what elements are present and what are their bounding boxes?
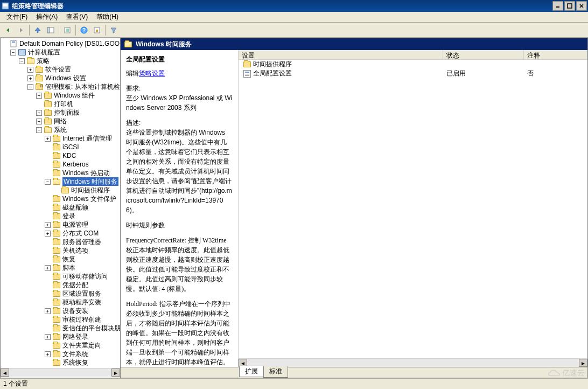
list-cell-state: 已启用 (443, 68, 524, 79)
svg-rect-1 (3, 4, 8, 6)
selected-setting-title: 全局配置设置 (126, 54, 233, 64)
tree-node-iscsi[interactable]: iSCSI (2, 143, 120, 151)
tree-node-folder_redirect[interactable]: 文件夹重定向 (2, 341, 120, 350)
expander-icon[interactable]: − (10, 50, 16, 55)
tree-node-win_file_protect[interactable]: Windows 文件保护 (2, 194, 120, 203)
tree-node-label: 驱动程序安装 (62, 298, 101, 307)
edit-policy-link[interactable]: 策略设置 (139, 70, 165, 77)
tree-node-network[interactable]: +网络 (2, 117, 120, 126)
expander-icon[interactable]: + (45, 136, 51, 142)
tree-node-system_restore[interactable]: 系统恢复 (2, 358, 120, 367)
tree-node-process_audit[interactable]: 审核过程创建 (2, 315, 120, 324)
tree-node-computer[interactable]: −计算机配置 (2, 48, 120, 57)
tree-node-admin_templates[interactable]: −管理模板: 从本地计算机检 (2, 82, 120, 91)
folder-icon (52, 143, 61, 151)
tree-h-scrollbar[interactable]: ◂▸ (1, 368, 120, 377)
tree-node-win_hotstart[interactable]: Windows 热启动 (2, 169, 120, 177)
expander-icon[interactable]: + (45, 265, 51, 271)
content-pane: Windows 时间服务 全局配置设置 编辑策略设置 要求:至少 Windows… (121, 38, 588, 378)
tree-node-system[interactable]: −系统 (2, 126, 120, 134)
col-state[interactable]: 状态 (443, 50, 524, 59)
tree-node-device_install[interactable]: +设备安装 (2, 307, 120, 315)
expander-icon[interactable]: + (27, 67, 33, 73)
tree-node-control_panel[interactable]: +控制面板 (2, 108, 120, 117)
col-setting[interactable]: 设置 (239, 50, 443, 59)
expander-icon[interactable]: + (36, 119, 42, 124)
filter-button[interactable] (108, 24, 120, 36)
list-h-scrollbar[interactable]: ◂▸ (239, 358, 587, 367)
tab-extended[interactable]: 扩展 (239, 366, 264, 377)
expander-icon[interactable]: + (27, 75, 33, 81)
tree-node-label: 计算机配置 (28, 48, 60, 57)
tree-node-file_system[interactable]: +文件系统 (2, 350, 120, 358)
forward-button[interactable] (15, 24, 27, 36)
expander-icon[interactable]: + (45, 222, 51, 228)
tree-node-net_logon[interactable]: +网络登录 (2, 332, 120, 341)
tree-node-label: Windows 热启动 (62, 169, 110, 177)
tree-node-driver_install[interactable]: 驱动程序安装 (2, 298, 120, 307)
tree-node-server_manager[interactable]: 服务器管理器 (2, 238, 120, 246)
setting-icon (243, 70, 251, 78)
tree-node-win_time[interactable]: −Windows 时间服务 (2, 177, 120, 186)
expander-icon[interactable]: + (45, 334, 51, 340)
tree-pane[interactable]: Default Domain Policy [DS01.GOODC−计算机配置−… (0, 38, 121, 378)
tree-node-recovery[interactable]: 恢复 (2, 255, 120, 263)
tree-node-root[interactable]: Default Domain Policy [DS01.GOODC (2, 39, 120, 48)
menu-help[interactable]: 帮助(H) (92, 11, 123, 23)
menu-view[interactable]: 查看(V) (62, 11, 92, 23)
expander-icon[interactable]: − (36, 127, 42, 133)
tree-node-locale_services[interactable]: 区域设置服务 (2, 289, 120, 298)
expander-icon (53, 187, 59, 193)
tree-node-windows_settings[interactable]: +Windows 设置 (2, 74, 120, 82)
tree-node-printers[interactable]: 打印机 (2, 100, 120, 108)
options-button[interactable] (91, 24, 103, 36)
expander-icon (45, 205, 51, 211)
expander-icon[interactable]: − (45, 179, 51, 185)
list-row[interactable]: 时间提供程序 (239, 60, 587, 69)
tree-node-credential_delegation[interactable]: 凭据分配 (2, 281, 120, 289)
tree-node-label: 打印机 (54, 100, 73, 108)
tree-node-scripts[interactable]: +脚本 (2, 263, 120, 272)
list-row[interactable]: 全局配置设置已启用否 (239, 69, 587, 78)
expander-icon[interactable]: + (45, 231, 51, 237)
tree-node-kdc[interactable]: KDC (2, 151, 120, 160)
tree-node-dcom[interactable]: +分布式 COM (2, 229, 120, 238)
tree-node-trusted_platform[interactable]: 受信任的平台模块朋 (2, 324, 120, 332)
expander-icon[interactable]: + (45, 351, 51, 357)
tree-node-disk_quota[interactable]: 磁盘配额 (2, 203, 120, 212)
menu-file[interactable]: 文件(F) (2, 11, 32, 23)
expander-icon[interactable]: + (36, 110, 42, 116)
tree-node-label: 审核过程创建 (62, 315, 101, 324)
close-button[interactable] (576, 1, 587, 11)
tab-standard[interactable]: 标准 (263, 366, 288, 378)
show-hide-tree-button[interactable] (45, 24, 57, 36)
tree-node-logon[interactable]: 登录 (2, 212, 120, 220)
minimize-button[interactable] (552, 1, 563, 11)
requirements-label: 要求: (126, 85, 141, 92)
tree-node-power_mgmt[interactable]: +电源管理 (2, 220, 120, 229)
maximize-button[interactable] (564, 1, 575, 11)
tree-node-kerberos[interactable]: Kerberos (2, 160, 120, 169)
tree-node-time_providers[interactable]: 时间提供程序 (2, 186, 120, 194)
expander-icon[interactable]: + (45, 308, 51, 314)
menu-action[interactable]: 操作(A) (32, 11, 62, 23)
tree-node-internet_comm[interactable]: +Internet 通信管理 (2, 134, 120, 143)
back-button[interactable] (2, 24, 14, 36)
properties-button[interactable] (61, 24, 73, 36)
expander-icon[interactable]: + (36, 93, 42, 99)
col-comment[interactable]: 注释 (524, 50, 587, 59)
content-header-title: Windows 时间服务 (136, 40, 192, 49)
tree-node-shutdown_options[interactable]: 关机选项 (2, 246, 120, 255)
tree-node-win_components[interactable]: +Windows 组件 (2, 91, 120, 100)
up-button[interactable] (32, 24, 44, 36)
folder-icon (52, 350, 61, 358)
clock-heading: 时钟规则参数 (126, 220, 233, 230)
tree-node-removable_storage[interactable]: 可移动存储访问 (2, 272, 120, 281)
expander-icon[interactable]: − (19, 58, 25, 64)
tree-node-software[interactable]: +软件设置 (2, 65, 120, 74)
svg-rect-16 (11, 40, 16, 47)
help-button[interactable]: ? (78, 24, 90, 36)
expander-icon (45, 282, 51, 288)
expander-icon[interactable]: − (27, 84, 33, 90)
tree-node-policy[interactable]: −策略 (2, 57, 120, 65)
